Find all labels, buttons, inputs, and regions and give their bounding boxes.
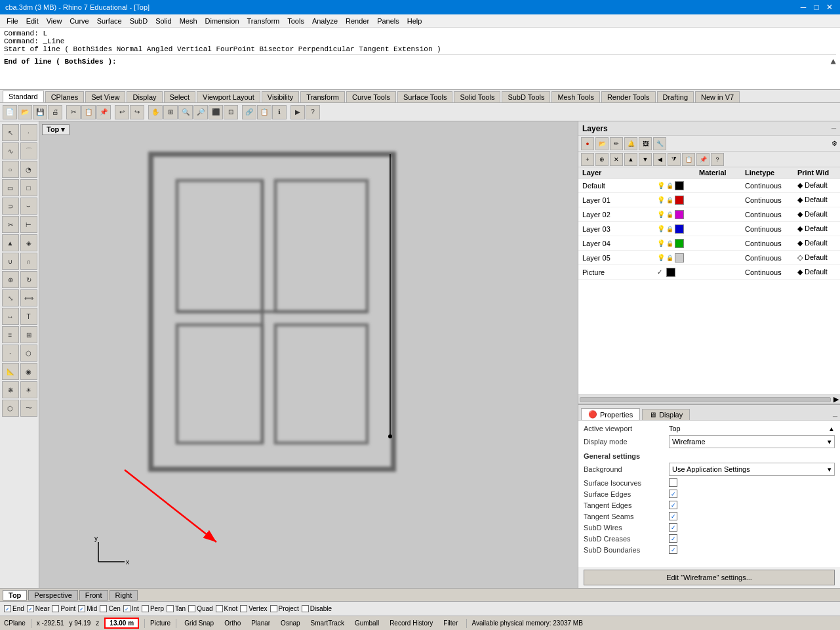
layer-row-03[interactable]: Layer 03 💡 🔒 Continuous ◆ Default	[578, 222, 840, 236]
tb-undo[interactable]: ↩	[115, 105, 129, 119]
layers-scrollbar[interactable]: ▶	[578, 394, 840, 404]
layers-settings-icon[interactable]: ⚙	[831, 140, 837, 147]
tb-redo[interactable]: ↪	[130, 105, 144, 119]
subd-boundaries-checkbox[interactable]: ✓	[669, 545, 677, 554]
menu-transform[interactable]: Transform	[243, 16, 284, 26]
lt-curve1[interactable]: ∿	[2, 142, 19, 159]
osnap-tan-cb[interactable]	[167, 605, 174, 612]
tab-render-tools[interactable]: Render Tools	[601, 91, 656, 102]
status-record-history[interactable]: Record History	[387, 620, 435, 627]
view-tab-perspective[interactable]: Perspective	[28, 590, 77, 600]
viewport-dropdown-icon[interactable]: ▾	[61, 125, 65, 133]
lt-text[interactable]: T	[20, 308, 37, 325]
view-tab-front[interactable]: Front	[79, 590, 108, 600]
osnap-cen[interactable]: Cen	[100, 605, 120, 612]
display-mode-dropdown[interactable]: Wireframe ▾	[669, 435, 835, 448]
scroll-right[interactable]: ▶	[833, 395, 839, 404]
tab-viewport-layout[interactable]: Viewport Layout	[197, 91, 260, 102]
osnap-tan[interactable]: Tan	[167, 605, 186, 612]
status-filter[interactable]: Filter	[441, 620, 460, 627]
subd-creases-checkbox[interactable]: ✓	[669, 534, 677, 543]
layer-lock-05[interactable]: 🔒	[666, 255, 673, 261]
layer-lock-04[interactable]: 🔒	[666, 240, 673, 247]
tb-zoom-in[interactable]: 🔍	[178, 105, 193, 119]
title-bar-controls[interactable]: ─ □ ✕	[798, 2, 835, 12]
osnap-int[interactable]: Int	[123, 605, 139, 612]
view-tab-top[interactable]: Top	[3, 590, 27, 600]
layer-btn-color[interactable]: ●	[581, 137, 594, 150]
layer-light-default[interactable]: 💡	[657, 182, 665, 189]
tab-display-props[interactable]: 🖥 Display	[642, 409, 690, 420]
tb-cut[interactable]: ✂	[66, 105, 81, 119]
lt-sun[interactable]: ☀	[20, 381, 37, 398]
menu-edit[interactable]: Edit	[22, 16, 43, 26]
osnap-near[interactable]: Near	[27, 605, 50, 612]
tb-paste[interactable]: 📌	[96, 105, 111, 119]
osnap-quad[interactable]: Quad	[188, 605, 212, 612]
lt-arc[interactable]: ◔	[20, 161, 37, 178]
tb-print[interactable]: 🖨	[48, 105, 62, 119]
menu-surface[interactable]: Surface	[93, 16, 126, 26]
osnap-mid[interactable]: Mid	[78, 605, 97, 612]
osnap-cen-cb[interactable]	[100, 605, 107, 612]
tb-save[interactable]: 💾	[33, 105, 47, 119]
lt-dim[interactable]: ↔	[2, 308, 19, 325]
tab-standard[interactable]: Standard	[3, 91, 44, 102]
lt-bool-union[interactable]: ∪	[2, 253, 19, 270]
layer-btn-prev[interactable]: ◀	[653, 153, 666, 166]
tab-transform[interactable]: Transform	[300, 91, 345, 102]
tb-props[interactable]: ℹ	[272, 105, 287, 119]
lt-curve2[interactable]: ⌒	[20, 142, 37, 159]
status-layer[interactable]: Picture	[150, 620, 170, 627]
lt-split[interactable]: ⊢	[20, 216, 37, 233]
layer-row-04[interactable]: Layer 04 💡 🔒 Continuous ◆ Default	[578, 236, 840, 251]
layers-collapse-icon[interactable]: ─	[831, 125, 836, 132]
surface-edges-checkbox[interactable]: ✓	[669, 490, 677, 498]
menu-subd[interactable]: SubD	[126, 16, 152, 26]
osnap-disable-cb[interactable]	[302, 605, 309, 612]
status-planar[interactable]: Planar	[249, 620, 273, 627]
layer-row-02[interactable]: Layer 02 💡 🔒 Continuous ◆ Default	[578, 207, 840, 222]
tab-setview[interactable]: Set View	[85, 91, 125, 102]
lt-extrude[interactable]: ▲	[2, 234, 19, 251]
menu-curve[interactable]: Curve	[66, 16, 92, 26]
layer-color-03[interactable]	[675, 224, 684, 234]
osnap-near-cb[interactable]	[27, 605, 34, 612]
viewport-area[interactable]: Top ▾	[39, 121, 578, 588]
tab-drafting[interactable]: Drafting	[657, 91, 694, 102]
lt-loft[interactable]: ◈	[20, 234, 37, 251]
tab-curve-tools[interactable]: Curve Tools	[346, 91, 396, 102]
background-dropdown[interactable]: Use Application Settings ▾	[669, 463, 835, 476]
osnap-mid-cb[interactable]	[78, 605, 85, 612]
lt-trim[interactable]: ✂	[2, 216, 19, 233]
expand-icon[interactable]: ▲	[828, 425, 835, 432]
menu-render[interactable]: Render	[342, 16, 373, 26]
lt-fillet[interactable]: ⌣	[20, 198, 37, 215]
osnap-perp[interactable]: Perp	[142, 605, 164, 612]
lt-circle[interactable]: ○	[2, 161, 19, 178]
osnap-point-cb[interactable]	[52, 605, 59, 612]
lt-render2[interactable]: ◉	[20, 363, 37, 380]
osnap-disable[interactable]: Disable	[302, 605, 332, 612]
tab-select[interactable]: Select	[164, 91, 196, 102]
layer-btn-new[interactable]: +	[581, 153, 594, 166]
menu-mesh[interactable]: Mesh	[176, 16, 201, 26]
layer-lock-02[interactable]: 🔒	[666, 211, 673, 218]
layer-btn-img[interactable]: 🖼	[639, 137, 652, 150]
layer-row-05[interactable]: Layer 05 💡 🔒 Continuous ◇ Default	[578, 251, 840, 265]
layer-btn-up[interactable]: ▲	[624, 153, 637, 166]
command-scroll-icon[interactable]: ▲	[831, 56, 836, 67]
subd-wires-checkbox[interactable]: ✓	[669, 523, 677, 532]
lt-select-arrow[interactable]: ↖	[2, 124, 19, 141]
tb-snap[interactable]: 🔗	[242, 105, 256, 119]
tab-new-v7[interactable]: New in V7	[695, 91, 740, 102]
layer-light-02[interactable]: 💡	[657, 211, 665, 218]
lt-mesh[interactable]: ⬡	[20, 345, 37, 362]
lt-rect2[interactable]: □	[20, 179, 37, 196]
status-smarttrack[interactable]: SmartTrack	[308, 620, 347, 627]
tb-new[interactable]: 📄	[3, 105, 17, 119]
properties-collapse-icon[interactable]: ─	[833, 413, 837, 420]
surface-isocurves-checkbox[interactable]	[669, 478, 677, 487]
view-tab-right[interactable]: Right	[110, 590, 138, 600]
lt-grass[interactable]: ❋	[2, 381, 19, 398]
